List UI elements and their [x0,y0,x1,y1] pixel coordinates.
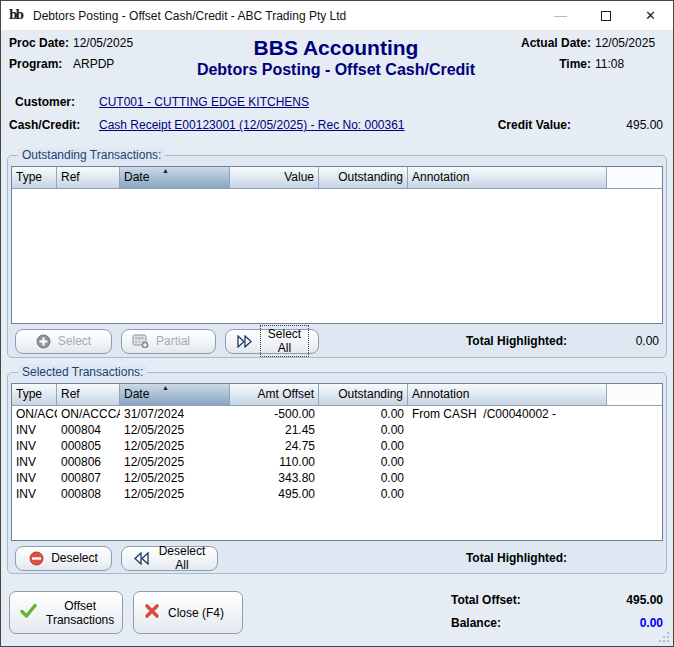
cell-ref: 000807 [57,470,120,486]
close-f4-button[interactable]: Close (F4) [133,591,243,634]
column-header-outstanding[interactable]: Outstanding [319,167,408,188]
column-header-type[interactable]: Type [12,384,57,405]
column-header-filler [607,167,662,188]
cell-annotation [408,438,607,454]
column-header-ref[interactable]: Ref [57,167,120,188]
cell-outstanding: 0.00 [319,454,408,470]
cell-annotation [408,422,607,438]
cell-ref: 000805 [57,438,120,454]
balance-value: 0.00 [573,616,663,630]
no-entry-icon [29,551,44,566]
app-title: BBS Accounting [179,36,493,60]
resize-grip[interactable] [658,631,670,643]
program-label: Program: [9,57,73,71]
sort-asc-icon: ▲ [162,384,169,391]
selected-table-body[interactable]: ON/ACC ON/ACCCA... 31/07/2024 -500.00 0.… [12,406,662,540]
selected-table[interactable]: Type Ref Date▲ Amt Offset Outstanding An… [11,383,663,541]
outstanding-total-highlighted-value: 0.00 [567,334,659,348]
column-header-amt-offset[interactable]: Amt Offset [230,384,319,405]
cash-credit-label: Cash/Credit: [9,118,99,132]
cell-type: INV [12,470,57,486]
outstanding-table-header: Type Ref Date▲ Value Outstanding Annotat… [12,167,662,189]
credit-value: 495.00 [571,118,663,132]
select-all-button[interactable]: Select All [225,329,319,354]
double-chevron-left-icon [132,552,150,565]
outstanding-footer: Select Partial Select All Total Highligh… [11,324,663,358]
proc-date-value: 12/05/2025 [73,36,133,50]
window-controls: — ✕ [538,1,673,30]
outstanding-table-body[interactable] [12,189,662,323]
double-chevron-right-icon [236,335,254,348]
column-header-date[interactable]: Date▲ [120,384,230,405]
table-row[interactable]: INV 000807 12/05/2025 343.80 0.00 [12,470,662,486]
cell-annotation [408,470,607,486]
column-header-value[interactable]: Value [230,167,319,188]
cell-amt-offset: 343.80 [230,470,319,486]
table-row[interactable]: INV 000804 12/05/2025 21.45 0.00 [12,422,662,438]
column-header-filler [607,384,662,405]
partial-keypad-icon [132,334,149,348]
cell-outstanding: 0.00 [319,486,408,502]
table-row[interactable]: ON/ACC ON/ACCCA... 31/07/2024 -500.00 0.… [12,406,662,422]
cell-date: 12/05/2025 [120,422,230,438]
deselect-all-button[interactable]: Deselect All [121,546,218,571]
maximize-button[interactable] [583,1,628,30]
info-block: Customer: CUT001 - CUTTING EDGE KITCHENS… [1,89,673,147]
cell-amt-offset: 110.00 [230,454,319,470]
deselect-button[interactable]: Deselect [15,546,112,571]
cell-outstanding: 0.00 [319,470,408,486]
select-button[interactable]: Select [15,329,112,354]
actual-date-label: Actual Date: [521,36,591,50]
cell-type: INV [12,422,57,438]
proc-date-label: Proc Date: [9,36,73,50]
check-icon [20,603,38,622]
cell-amt-offset: -500.00 [230,406,319,422]
cell-annotation: From CASH /C00040002 - [408,406,607,422]
time-value: 11:08 [595,57,665,71]
column-header-annotation[interactable]: Annotation [408,167,607,188]
cell-amt-offset: 24.75 [230,438,319,454]
bottom-bar: OffsetTransactions Close (F4) Total Offs… [1,574,673,639]
column-header-outstanding[interactable]: Outstanding [319,384,408,405]
title-bar: bb Debtors Posting - Offset Cash/Credit … [1,1,673,31]
column-header-ref[interactable]: Ref [57,384,120,405]
offset-transactions-button[interactable]: OffsetTransactions [9,591,123,634]
cross-icon [144,603,160,622]
app-icon: bb [9,8,27,24]
close-button[interactable]: ✕ [628,1,673,30]
maximize-icon [601,11,611,21]
cell-annotation [408,486,607,502]
table-row[interactable]: INV 000806 12/05/2025 110.00 0.00 [12,454,662,470]
customer-link[interactable]: CUT001 - CUTTING EDGE KITCHENS [99,95,309,109]
customer-label: Customer: [15,95,99,109]
header-band: Proc Date:12/05/2025 Program:ARPDP BBS A… [1,31,673,89]
table-row[interactable]: INV 000808 12/05/2025 495.00 0.00 [12,486,662,502]
partial-button[interactable]: Partial [121,329,216,354]
column-header-date[interactable]: Date▲ [120,167,230,188]
cell-annotation [408,454,607,470]
table-row[interactable]: INV 000805 12/05/2025 24.75 0.00 [12,438,662,454]
add-circle-icon [36,334,51,349]
cell-outstanding: 0.00 [319,406,408,422]
cell-type: INV [12,454,57,470]
close-icon: ✕ [645,8,656,23]
cell-type: INV [12,438,57,454]
column-header-annotation[interactable]: Annotation [408,384,607,405]
cell-ref: 000808 [57,486,120,502]
cell-date: 12/05/2025 [120,454,230,470]
cell-ref: 000804 [57,422,120,438]
outstanding-table[interactable]: Type Ref Date▲ Value Outstanding Annotat… [11,166,663,324]
column-header-type[interactable]: Type [12,167,57,188]
totals-block: Total Offset: 495.00 Balance: 0.00 [451,591,663,639]
selected-transactions-group: Selected Transactions: Type Ref Date▲ Am… [7,372,667,574]
selected-footer: Deselect Deselect All Total Highlighted: [11,541,663,575]
outstanding-transactions-group: Outstanding Transactions: Type Ref Date▲… [7,155,667,358]
sort-asc-icon: ▲ [162,167,169,174]
cash-credit-link[interactable]: Cash Receipt E00123001 (12/05/2025) - Re… [99,118,405,132]
outstanding-total-highlighted-label: Total Highlighted: [466,334,567,348]
cell-amt-offset: 495.00 [230,486,319,502]
cell-date: 12/05/2025 [120,486,230,502]
cell-type: INV [12,486,57,502]
cell-outstanding: 0.00 [319,438,408,454]
minimize-button[interactable]: — [538,1,583,30]
